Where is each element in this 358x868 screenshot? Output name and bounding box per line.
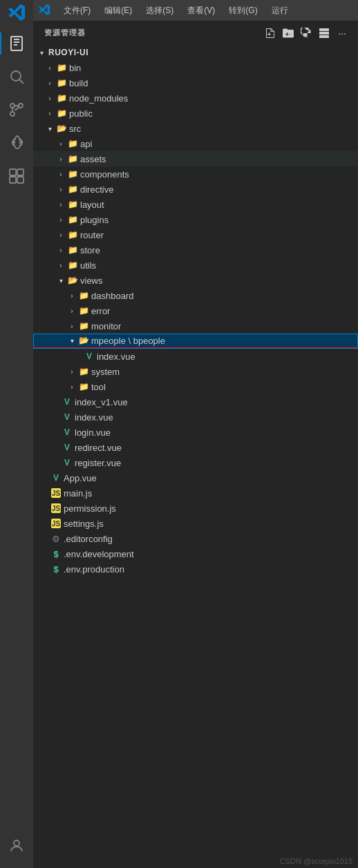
folder-icon-dashboard: 📁 [77,291,90,300]
menu-view[interactable]: 查看(V) [182,3,220,18]
tree-item-src[interactable]: ▾ 📂 src [33,121,358,136]
svg-point-3 [10,104,15,108]
tree-item-index-v1-vue[interactable]: V index_v1.vue [33,394,358,409]
tree-item-env-dev[interactable]: $ .env.development [33,546,358,561]
tree-item-bin[interactable]: › 📁 bin [33,60,358,75]
label-layout: layout [79,200,104,210]
menu-file[interactable]: 文件(F) [58,3,96,18]
tree-item-system[interactable]: › 📁 system [33,364,358,379]
new-file-button[interactable] [263,26,278,41]
folder-icon-router: 📁 [66,230,79,240]
tree-item-redirect-vue[interactable]: V redirect.vue [33,440,358,455]
tree-item-views[interactable]: ▾ 📂 views [33,273,358,288]
tree-item-index-vue-inner[interactable]: V index.vue [33,349,358,364]
svg-rect-9 [17,177,23,183]
activity-bar-bottom [0,829,33,868]
menu-select[interactable]: 选择(S) [140,3,179,18]
svg-rect-7 [17,169,23,175]
account-icon[interactable] [0,829,33,862]
tree-item-login-vue[interactable]: V login.vue [33,425,358,440]
tree-item-public[interactable]: › 📁 public [33,106,358,121]
tree-item-assets[interactable]: › 📁 assets [33,151,358,166]
label-register-vue: register.vue [73,458,121,468]
tree-item-mpeople-bpeople[interactable]: ▾ 📂 mpeople \ bpeople [33,334,358,349]
menu-bar: 文件(F) 编辑(E) 选择(S) 查看(V) 转到(G) 运行 [33,0,358,21]
explorer-title: 资源管理器 [44,28,86,38]
menu-goto[interactable]: 转到(G) [223,3,263,18]
search-icon[interactable] [0,60,33,93]
label-index-vue-inner: index.vue [95,351,135,362]
label-router: router [79,230,104,240]
main-area: 文件(F) 编辑(E) 选择(S) 查看(V) 转到(G) 运行 资源管理器 [33,0,358,868]
tree-item-index-vue[interactable]: V index.vue [33,409,358,425]
tree-item-root[interactable]: ▾ RUOYI-UI [33,45,358,60]
tree-item-permission-js[interactable]: JS permission.js [33,501,358,516]
arrow-public: › [44,110,55,117]
label-system: system [90,367,120,377]
source-control-icon[interactable] [0,93,33,126]
tree-item-monitor[interactable]: › 📁 monitor [33,318,358,334]
dollar-icon-env-dev: $ [50,549,62,559]
label-env-dev: .env.development [62,549,134,559]
arrow-monitor: › [66,322,77,330]
folder-icon-plugins: 📁 [66,215,79,224]
vue-icon-index-v1: V [61,397,73,407]
collapse-all-button[interactable] [317,26,332,41]
label-redirect-vue: redirect.vue [73,443,122,453]
tree-item-utils[interactable]: › 📁 utils [33,258,358,273]
more-options-button[interactable]: ··· [335,26,350,41]
label-components: components [79,169,129,180]
tree-item-app-vue[interactable]: V App.vue [33,470,358,485]
label-utils: utils [79,260,96,271]
tree-item-editorconfig[interactable]: ⚙ .editorconfig [33,531,358,546]
tree-item-directive[interactable]: › 📁 directive [33,182,358,197]
arrow-directive: › [55,186,66,193]
arrow-system: › [66,368,77,376]
arrow-layout: › [55,201,66,209]
extensions-icon[interactable] [0,160,33,193]
label-tool: tool [90,382,106,392]
label-assets: assets [79,154,106,164]
tree-item-env-prod[interactable]: $ .env.production [33,561,358,577]
explorer-icon[interactable] [0,27,33,60]
menu-edit[interactable]: 编辑(E) [99,3,138,18]
svg-rect-6 [10,169,16,175]
arrow-tool: › [66,383,77,391]
folder-icon-components: 📁 [66,169,79,179]
label-settings-js: settings.js [62,519,104,529]
arrow-error: › [66,307,77,315]
label-api: api [79,139,92,149]
tree-item-settings-js[interactable]: JS settings.js [33,516,358,531]
label-monitor: monitor [90,321,121,331]
folder-icon-layout: 📁 [66,200,79,209]
tree-item-store[interactable]: › 📁 store [33,242,358,258]
label-main-js: main.js [62,488,92,499]
vue-icon-register: V [61,458,73,467]
activity-bar [0,0,33,868]
tree-item-dashboard[interactable]: › 📁 dashboard [33,288,358,303]
folder-icon-store: 📁 [66,245,79,255]
tree-item-components[interactable]: › 📁 components [33,166,358,182]
debug-icon[interactable] [0,126,33,160]
menu-run[interactable]: 运行 [266,3,294,18]
tree-item-layout[interactable]: › 📁 layout [33,197,358,212]
new-folder-button[interactable] [281,26,296,41]
vue-icon-app: V [50,473,62,483]
label-env-prod: .env.production [62,564,124,575]
tree-item-error[interactable]: › 📁 error [33,303,358,318]
arrow-utils: › [55,262,66,269]
tree-item-node_modules[interactable]: › 📁 node_modules [33,90,358,106]
dollar-icon-env-prod: $ [50,564,62,575]
tree-item-register-vue[interactable]: V register.vue [33,455,358,470]
tree-item-build[interactable]: › 📁 build [33,75,358,90]
tree-item-plugins[interactable]: › 📁 plugins [33,212,358,227]
vue-icon-index: V [61,412,73,422]
tree-item-tool[interactable]: › 📁 tool [33,379,358,394]
tree-item-router[interactable]: › 📁 router [33,227,358,242]
svg-line-2 [20,80,24,84]
tree-item-main-js[interactable]: JS main.js [33,485,358,501]
folder-icon-api: 📁 [66,139,79,148]
tree-item-api[interactable]: › 📁 api [33,136,358,151]
refresh-button[interactable] [299,26,314,41]
arrow-components: › [55,171,66,178]
